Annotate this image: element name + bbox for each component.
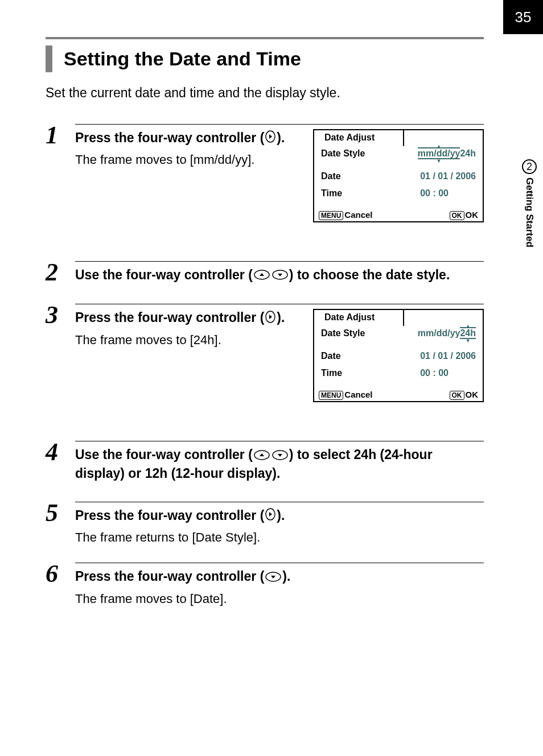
page-title-block: Setting the Date and Time [46, 46, 484, 72]
ok-button-icon: OK [450, 211, 464, 220]
right-nav-icon [265, 130, 275, 147]
lcd-value-format: mm/dd/yy [418, 328, 460, 338]
down-nav-icon [265, 569, 281, 586]
chapter-label: Getting Started [524, 177, 535, 247]
up-nav-icon [254, 447, 270, 465]
step-number: 3 [46, 304, 64, 402]
step-2: 2 Use the four-way controller () to choo… [46, 251, 484, 288]
step-heading: Press the four-way controller (). [75, 507, 484, 525]
lcd-screenshot-1: Date Adjust Date Style ▲ mm/dd/yy ▼ 24h [313, 129, 484, 222]
step-heading: Press the four-way controller (). [75, 309, 305, 327]
header-rule [46, 37, 484, 39]
lcd-label-date: Date [321, 171, 341, 181]
down-nav-icon [272, 447, 288, 465]
lcd-value-format: mm/dd/yy [418, 147, 460, 159]
step-6: 6 Press the four-way controller (). The … [46, 552, 484, 608]
step-desc: The frame returns to [Date Style]. [75, 528, 484, 547]
step-3: 3 Press the four-way controller (). The … [46, 294, 484, 402]
lcd-ok: OK [466, 390, 479, 399]
step-desc: The frame moves to [Date]. [75, 590, 484, 608]
step-number: 4 [46, 441, 64, 485]
lcd-value-date: 01 / 01 / 2006 [420, 351, 476, 361]
step-heading: Press the four-way controller (). [75, 129, 305, 147]
step-heading: Use the four-way controller () to select… [75, 446, 484, 482]
menu-button-icon: MENU [319, 391, 343, 400]
step-4: 4 Use the four-way controller () to sele… [46, 431, 484, 485]
ok-button-icon: OK [450, 391, 464, 400]
lcd-title: Date Adjust [324, 312, 375, 323]
lcd-value-date: 01 / 01 / 2006 [420, 171, 476, 181]
lcd-label-date: Date [321, 351, 341, 361]
lcd-screenshot-2: Date Adjust Date Style mm/dd/yy▲24h▼ Dat… [313, 309, 484, 402]
lcd-label-style: Date Style [321, 148, 365, 159]
lcd-label-style: Date Style [321, 328, 365, 338]
step-heading: Press the four-way controller (). [75, 568, 484, 586]
chapter-number: 2 [522, 159, 537, 174]
lcd-value-time: 00 : 00 [420, 188, 449, 199]
intro-text: Set the current date and time and the di… [46, 85, 340, 101]
lcd-value-hours: 24h [460, 148, 476, 159]
lcd-label-time: Time [321, 368, 342, 378]
up-nav-icon [254, 267, 270, 284]
steps-list: 1 Press the four-way controller (). The … [46, 114, 484, 608]
step-desc: The frame moves to [mm/dd/yy]. [75, 151, 305, 169]
lcd-label-time: Time [321, 188, 342, 199]
lcd-ok: OK [466, 210, 479, 220]
right-nav-icon [265, 310, 275, 328]
title-accent-bar [46, 46, 52, 72]
right-nav-icon [265, 507, 275, 525]
lcd-cancel: Cancel [344, 210, 372, 220]
step-number: 6 [46, 563, 64, 608]
step-desc: The frame moves to [24h]. [75, 331, 305, 349]
lcd-value-time: 00 : 00 [420, 368, 449, 378]
lcd-title: Date Adjust [324, 133, 375, 143]
page-title: Setting the Date and Time [64, 46, 301, 72]
step-5: 5 Press the four-way controller (). The … [46, 491, 484, 547]
step-number: 2 [46, 261, 64, 288]
side-tab: 2 Getting Started [519, 159, 540, 247]
lcd-value-hours: 24h [460, 327, 476, 339]
lcd-cancel: Cancel [344, 390, 372, 399]
down-nav-icon [272, 267, 288, 284]
step-1: 1 Press the four-way controller (). The … [46, 114, 484, 222]
step-number: 5 [46, 502, 64, 547]
step-number: 1 [46, 124, 64, 222]
page-number: 35 [503, 0, 543, 34]
step-heading: Use the four-way controller () to choose… [75, 266, 484, 284]
menu-button-icon: MENU [319, 211, 343, 220]
